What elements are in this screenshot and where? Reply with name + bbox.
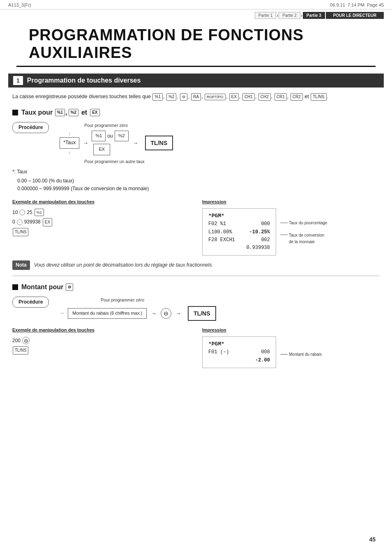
key-minus-circle: ⊖ (180, 93, 187, 101)
annotation-taux-pourcent: Taux du pourcentage (280, 220, 327, 226)
pour-programmer-zero-montant: Pour programmer zéro (101, 297, 216, 304)
footnote-star: *: Taux (12, 168, 380, 176)
ou-text: ou (107, 132, 113, 140)
receipt-pgm: *PGM* (208, 212, 270, 221)
receipt-l100: L100.00%-10.25% (208, 228, 270, 236)
key-ch1: CH1 (242, 93, 255, 101)
intro-paragraph: La caisse enregistreuse possède diverses… (12, 92, 380, 101)
montant-arrow2: → (175, 309, 181, 318)
tab-navigation: Partie 1 › Partie 2 › Partie 3 POUR LE D… (0, 9, 392, 19)
file-ref: A113_3(Fr) (8, 2, 31, 7)
key-pct1-flow: %1 (92, 131, 106, 141)
key-tlns-intro: TL/NS (311, 93, 326, 101)
montant-receipt-f01: F01 (–)008 (208, 348, 270, 356)
black-square-montant-icon (12, 284, 18, 290)
procedure-box-montant: Procédure (12, 297, 49, 308)
pour-programmer-autre-taux: Pour programmer un autre taux (84, 158, 173, 165)
taux-example-col: Exemple de manipulation des touches 10 ·… (12, 198, 190, 236)
key-ex-flow: EX (93, 144, 110, 155)
key-pct1-heading: %1 (55, 109, 65, 116)
montant-procedure-area: Procédure Pour programmer zéro → Montant… (12, 297, 380, 321)
section1-number: 1 (13, 76, 23, 85)
tab-pour-le-directeur[interactable]: POUR LE DIRECTEUR (326, 12, 384, 19)
black-square-icon (12, 110, 18, 115)
montant-impression-title: Impression (202, 327, 380, 334)
key-ra: RA (191, 93, 201, 101)
procedure-box-taux: Procédure (12, 122, 49, 133)
taux-arrow-down1: ↓ (69, 130, 71, 137)
montant-heading-text: Montant pour (21, 282, 65, 292)
et-text: et (81, 107, 87, 118)
taux-arrow-down2: ↓ (69, 149, 71, 156)
flow-arrow-right1: → (83, 138, 88, 147)
tlns-box-taux: TL/NS (145, 136, 173, 150)
montant-receipt-pgm: *PGM* (208, 340, 270, 349)
section-divider (12, 276, 380, 276)
footnote-line1: 0.00 – 100.00 (% du taux) (17, 177, 380, 185)
tlns-box-montant: TL/NS (188, 306, 216, 321)
taux-impression-title: Impression (202, 198, 380, 206)
montant-example-table: Exemple de manipulation des touches 200 … (12, 327, 380, 368)
nota-box: Nota Vous devez utiliser un point de déc… (12, 260, 380, 270)
montant-down-arrow: → (60, 309, 65, 317)
key-percent1: %1 (152, 93, 162, 101)
montant-example-title: Exemple de manipulation des touches (12, 327, 190, 334)
receipt-f02: F02 %1000 (208, 220, 270, 228)
montant-example-content: 200 ⊖ TL/NS (12, 336, 190, 355)
annotation-taux-conversion: Taux de conversionde la monnaie (280, 232, 327, 245)
main-title: PROGRAMMATION DE FONCTIONS AUXILIAIRES (16, 19, 376, 67)
montant-arrow1: → (151, 309, 157, 318)
ex-key-tlns: TL/NS (13, 228, 28, 236)
nota-label: Nota (12, 260, 30, 270)
footnote-line2: 0.000000 – 999.999999 (Taux de conversio… (17, 185, 380, 193)
key-cr2: CR2 (291, 93, 303, 101)
tab-partie3[interactable]: Partie 3 (303, 12, 325, 19)
taux-procedure-area: Procédure Pour programmer zéro ↓ *Taux ↓… (12, 122, 380, 165)
montant-impression-col: Impression *PGM* F01 (–)008 -2.00 Montan… (202, 327, 380, 368)
taux-example-title: Exemple de manipulation des touches (12, 198, 190, 206)
key-cr1: CR1 (274, 93, 287, 101)
tab-arrow1: › (277, 13, 278, 18)
taux-example-content: 10 · 25 %1 0 · 939938 EX TL/NS (12, 208, 190, 237)
key-roptpo: ROPT/PO (205, 94, 226, 100)
key-percent2: %2 (166, 93, 176, 101)
key-ch2: CH2 (258, 93, 271, 101)
key-pct2-flow: %2 (115, 131, 129, 141)
key-ex-heading: EX (90, 109, 99, 116)
montant-rabais-box: Montant du rabais (6 chiffres max.) (68, 308, 147, 319)
tab-arrow2: › (301, 13, 302, 18)
key-ex: EX (229, 93, 239, 101)
key-circle-minus-flow: ⊖ (161, 308, 171, 319)
receipt-0939: 0.939938 (208, 244, 270, 252)
header-date: 06.9.11 7:14 PM Page 45 (330, 2, 384, 7)
flow-arrow-right2: → (133, 138, 138, 147)
subsection-montant-heading: Montant pour ⊖ (12, 282, 380, 292)
taux-heading-text: Taux pour (21, 107, 55, 118)
nota-text: Vous devez utiliser un point de décimali… (34, 260, 213, 269)
montant-example-col: Exemple de manipulation des touches 200 … (12, 327, 190, 355)
taux-impression-col: Impression *PGM* F02 %1000 L100.00%-10.2… (202, 198, 380, 256)
taux-example-table: Exemple de manipulation des touches 10 ·… (12, 198, 380, 256)
ex-key-ex1: %1 (35, 209, 44, 216)
ex-key-tlns-montant: TL/NS (13, 346, 28, 355)
tab-partie2[interactable]: Partie 2 (279, 12, 300, 19)
key-pct2-heading: %2 (69, 109, 78, 116)
taux-box: *Taux (60, 137, 79, 148)
section1-title: Programmation de touches diverses (27, 77, 141, 84)
pour-programmer-zero-taux: Pour programmer zéro (84, 122, 173, 129)
taux-receipt-box: *PGM* F02 %1000 L100.00%-10.25% F28 EXCH… (202, 208, 276, 256)
montant-receipt-200: -2.00 (208, 357, 270, 364)
tab-partie1[interactable]: Partie 1 (255, 12, 276, 19)
page-number: 45 (369, 536, 376, 543)
subsection-taux-heading: Taux pour %1, %2 et EX (12, 107, 380, 118)
page-header: A113_3(Fr) 06.9.11 7:14 PM Page 45 (0, 0, 392, 9)
receipt-f28: F28 EXCH1002 (208, 236, 270, 244)
montant-receipt-box: *PGM* F01 (–)008 -2.00 (202, 336, 276, 368)
key-minus-circle-heading: ⊖ (66, 283, 73, 291)
section1-header: 1 Programmation de touches diverses (8, 74, 384, 88)
ex-key-ex2: EX (43, 218, 52, 226)
annotation-montant-rabais: Montant du rabais (280, 351, 322, 358)
